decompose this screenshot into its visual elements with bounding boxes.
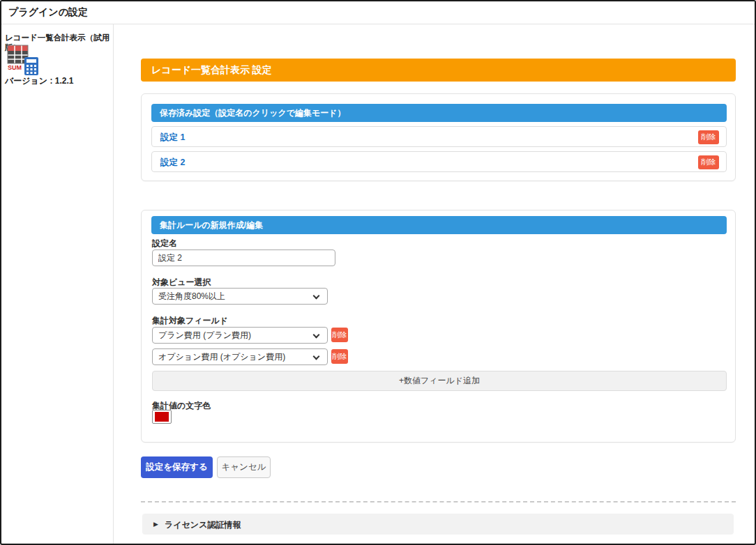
delete-field-button[interactable]: 削除 [331, 328, 348, 342]
section-separator [141, 501, 736, 502]
delete-setting-button[interactable]: 削除 [698, 155, 719, 169]
rule-editor-card: 集計ルールの新規作成/編集 設定名 対象ビュー選択 受注角度80%以上 集計対象… [141, 210, 736, 443]
sidebar: レコード一覧合計表示（試用版） SUM バージョン : 1.2.1 [1, 24, 113, 544]
delete-setting-button[interactable]: 削除 [698, 130, 719, 144]
view-select-value: 受注角度80%以上 [158, 291, 225, 301]
text-color-picker[interactable] [152, 410, 172, 424]
license-info-label: ライセンス認証情報 [165, 519, 241, 531]
plugin-settings-window: プラグインの設定 レコード一覧合計表示（試用版） SUM バージョン : 1.2… [0, 0, 756, 545]
saved-setting-link[interactable]: 設定 2 [160, 157, 185, 169]
add-numeric-field-button[interactable]: +数値フィールド追加 [152, 371, 727, 391]
saved-setting-row: 設定 2 削除 [151, 151, 727, 172]
chevron-down-icon [313, 353, 320, 360]
target-field-select[interactable]: プラン費用 (プラン費用) [152, 327, 328, 344]
svg-text:SUM: SUM [8, 64, 22, 71]
saved-setting-link[interactable]: 設定 1 [160, 132, 185, 144]
saved-setting-row: 設定 1 削除 [151, 126, 727, 147]
collapsed-triangle-icon: ▶ [153, 521, 158, 528]
chevron-down-icon [313, 332, 320, 339]
settings-title-banner: レコード一覧合計表示 設定 [141, 59, 736, 82]
rule-editor-header: 集計ルールの新規作成/編集 [151, 216, 727, 234]
target-field-select[interactable]: オプション費用 (オプション費用) [152, 348, 328, 365]
saved-settings-card: 保存済み設定（設定名のクリックで編集モード） 設定 1 削除 設定 2 削除 [141, 93, 736, 181]
delete-field-button[interactable]: 削除 [331, 349, 348, 364]
chevron-down-icon [313, 293, 320, 300]
setting-name-input[interactable] [152, 250, 335, 266]
target-field-value: プラン費用 (プラン費用) [158, 330, 251, 340]
setting-name-label: 設定名 [152, 238, 177, 250]
top-bar: プラグインの設定 [1, 1, 755, 24]
view-select[interactable]: 受注角度80%以上 [152, 288, 328, 305]
sidebar-divider [113, 24, 114, 544]
saved-settings-header: 保存済み設定（設定名のクリックで編集モード） [151, 104, 727, 122]
view-select-label: 対象ビュー選択 [152, 277, 211, 289]
license-info-toggle[interactable]: ▶ ライセンス認証情報 [142, 514, 734, 535]
target-fields-label: 集計対象フィールド [152, 315, 228, 327]
text-color-swatch [155, 412, 169, 422]
target-field-value: オプション費用 (オプション費用) [158, 352, 285, 362]
cancel-button[interactable]: キャンセル [217, 456, 271, 478]
save-settings-button[interactable]: 設定を保存する [141, 456, 213, 478]
plugin-version: バージョン : 1.2.1 [5, 75, 73, 87]
page-title: プラグインの設定 [8, 6, 88, 19]
sum-table-calculator-icon: SUM [7, 45, 39, 77]
